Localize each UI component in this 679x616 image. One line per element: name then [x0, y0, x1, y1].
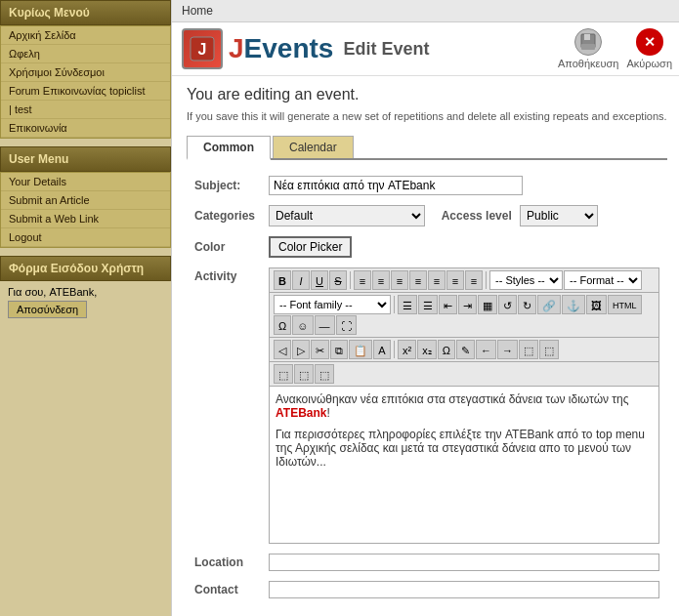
editor-content[interactable]: Ανακοινώθηκαν νέα επιτόκια στα στεγαστικ… — [270, 387, 658, 543]
html-button[interactable]: HTML — [608, 295, 642, 314]
underline-button[interactable]: U — [311, 270, 328, 290]
main-content: Home J JEvents Edit Event Αποθήκευση — [171, 0, 679, 616]
activity-row: Activity B I U S ≡ ≡ ≡ — [189, 264, 665, 548]
main-nav: Αρχική Σελίδα Ωφελη Χρήσιμοι Σύνδεσμοι F… — [0, 25, 171, 139]
nav-your-details[interactable]: Your Details — [1, 173, 170, 191]
subscript-button[interactable]: x₂ — [417, 340, 437, 359]
list-ordered-button[interactable]: ☰ — [418, 295, 438, 314]
subject-input[interactable] — [269, 176, 523, 195]
logo: J JEvents — [182, 28, 333, 69]
categories-select[interactable]: Default — [269, 205, 425, 226]
align-extra2-button[interactable]: ≡ — [446, 270, 464, 290]
align-extra-button[interactable]: ≡ — [428, 270, 446, 290]
nav-home[interactable]: Αρχική Σελίδα — [1, 26, 170, 45]
svg-text:J: J — [198, 41, 207, 58]
align-extra3-button[interactable]: ≡ — [465, 270, 483, 290]
svg-rect-3 — [584, 34, 590, 40]
toolbar-sep-2 — [486, 271, 487, 289]
tab-calendar[interactable]: Calendar — [273, 136, 354, 158]
hr-button[interactable]: — — [315, 315, 335, 335]
svg-rect-4 — [581, 44, 595, 50]
nav-submit-web-link[interactable]: Submit a Web Link — [1, 210, 170, 228]
tb-extra-b[interactable]: ⬚ — [294, 364, 314, 384]
logo-icon: J — [182, 28, 223, 69]
fontcolor-button[interactable]: A — [373, 340, 391, 359]
link-button[interactable]: 🔗 — [537, 295, 561, 314]
user-menu-label: User Menu — [9, 152, 68, 166]
superscript-button[interactable]: x² — [398, 340, 416, 359]
editor-toolbar-2: -- Font family -- ☰ ☰ ⇤ ⇥ ▦ ↺ ↻ 🔗 — [270, 293, 658, 338]
special-char-button[interactable]: Ω — [438, 340, 455, 359]
outdent-button[interactable]: ⇤ — [439, 295, 457, 314]
indent-button[interactable]: ⇥ — [458, 295, 477, 314]
cancel-label: Ακύρωση — [626, 58, 672, 69]
outdent2-button[interactable]: ◁ — [274, 340, 291, 359]
cut-button[interactable]: ✂ — [311, 340, 329, 359]
nav-links[interactable]: Χρήσιμοι Σύνδεσμοι — [1, 63, 170, 82]
sidebar: Κυρίως Μενού Αρχική Σελίδα Ωφελη Χρήσιμο… — [0, 0, 171, 616]
undo-button[interactable]: ↺ — [498, 295, 517, 314]
contact-input[interactable] — [269, 581, 659, 598]
extra1-button[interactable]: ⬚ — [519, 340, 538, 359]
location-input[interactable] — [269, 554, 659, 571]
nav-forum[interactable]: Forum Επικοινωνίας topiclist — [1, 82, 170, 101]
nav-logout[interactable]: Logout — [1, 228, 170, 247]
main-menu-header: Κυρίως Μενού — [0, 0, 171, 25]
cancel-button[interactable]: ✕ Ακύρωση — [626, 28, 672, 69]
cancel-icon: ✕ — [636, 28, 663, 56]
font-family-select[interactable]: -- Font family -- — [274, 295, 391, 314]
char-map-button[interactable]: Ω — [274, 315, 291, 335]
extra2-button[interactable]: ⬚ — [539, 340, 559, 359]
page-title: Edit Event — [343, 39, 429, 60]
copy-button[interactable]: ⧉ — [330, 340, 348, 359]
styles-select[interactable]: -- Styles -- — [489, 270, 563, 290]
align-justify-button[interactable]: ≡ — [409, 270, 427, 290]
logout-button[interactable]: Αποσύνδεση — [8, 301, 87, 318]
editor-para-2: Για περισσότερες πληροφορίες επιλέξτε τη… — [276, 428, 653, 469]
bold-button[interactable]: B — [274, 270, 291, 290]
contact-label: Contact — [189, 577, 261, 602]
edit-button[interactable]: ✎ — [456, 340, 475, 359]
subject-label: Subject: — [189, 172, 261, 199]
table-button[interactable]: ▦ — [478, 295, 497, 314]
editor-wrapper: B I U S ≡ ≡ ≡ ≡ ≡ ≡ ≡ — [269, 267, 659, 544]
access-select[interactable]: Public — [520, 205, 598, 226]
categories-label: Categories — [189, 201, 261, 230]
rtl-button[interactable]: → — [497, 340, 518, 359]
image-button[interactable]: 🖼 — [586, 295, 607, 314]
indent2-button[interactable]: ▷ — [292, 340, 310, 359]
user-greeting: Για σου, ATEBank, — [8, 286, 163, 298]
tb-extra-c[interactable]: ⬚ — [315, 364, 334, 384]
nav-test[interactable]: | test — [1, 101, 170, 119]
nav-submit-article[interactable]: Submit an Article — [1, 191, 170, 210]
redo-button[interactable]: ↻ — [518, 295, 536, 314]
tab-common[interactable]: Common — [187, 136, 271, 160]
home-link[interactable]: Home — [182, 4, 213, 18]
color-picker-button[interactable]: Color Picker — [269, 236, 352, 258]
access-label: Access level — [442, 209, 512, 223]
editor-highlight: ATEBank — [276, 406, 326, 420]
align-right-button[interactable]: ≡ — [391, 270, 408, 290]
tb-extra-a[interactable]: ⬚ — [274, 364, 293, 384]
save-button[interactable]: Αποθήκευση — [558, 28, 618, 69]
ltr-button[interactable]: ← — [476, 340, 496, 359]
content-area: You are editing an event. If you save th… — [172, 76, 679, 614]
italic-button[interactable]: I — [292, 270, 310, 290]
color-label: Color — [189, 232, 261, 262]
user-menu-header: User Menu — [0, 146, 171, 172]
smiley-button[interactable]: ☺ — [292, 315, 313, 335]
paste-button[interactable]: 📋 — [349, 340, 372, 359]
location-row: Location — [189, 550, 665, 575]
format-select[interactable]: -- Format -- — [564, 270, 642, 290]
align-center-button[interactable]: ≡ — [372, 270, 390, 290]
editor-para-1: Ανακοινώθηκαν νέα επιτόκια στα στεγαστικ… — [276, 392, 653, 420]
strikethrough-button[interactable]: S — [329, 270, 347, 290]
list-unordered-button[interactable]: ☰ — [398, 295, 417, 314]
fullscreen-button[interactable]: ⛶ — [336, 315, 357, 335]
activity-label: Activity — [189, 264, 261, 548]
logo-j: J — [229, 33, 244, 63]
align-left-button[interactable]: ≡ — [354, 270, 371, 290]
nav-contact[interactable]: Επικοινωνία — [1, 119, 170, 138]
nav-ofelh[interactable]: Ωφελη — [1, 45, 170, 63]
anchor-button[interactable]: ⚓ — [562, 295, 585, 314]
